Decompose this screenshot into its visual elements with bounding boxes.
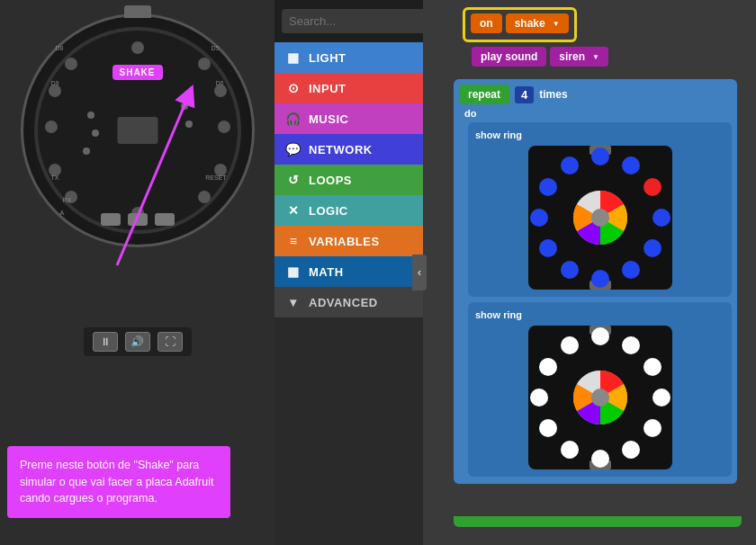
component-dot-2 bbox=[92, 130, 99, 137]
svg-point-23 bbox=[652, 389, 670, 407]
shake-button[interactable]: SHAKE bbox=[112, 65, 162, 80]
board-label-d5: D5 bbox=[212, 45, 220, 51]
repeat-label: repeat bbox=[459, 85, 509, 104]
board-label-a: A bbox=[60, 210, 65, 216]
light-icon: ▦ bbox=[285, 50, 302, 65]
svg-point-26 bbox=[591, 450, 609, 468]
search-bar: 🔍 bbox=[274, 0, 423, 42]
show-ring-block-1: show ring bbox=[468, 122, 732, 297]
network-label: NETWORK bbox=[309, 143, 373, 156]
repeat-header: repeat 4 times bbox=[459, 85, 732, 104]
ring-display-2[interactable] bbox=[528, 326, 672, 469]
led-tr1 bbox=[198, 58, 211, 70]
ring-svg-1 bbox=[528, 146, 672, 290]
on-block: on bbox=[471, 13, 502, 33]
svg-point-8 bbox=[644, 239, 662, 257]
led-r bbox=[218, 121, 230, 133]
input-label: INPUT bbox=[309, 82, 346, 95]
pad-3 bbox=[155, 213, 175, 226]
led-l bbox=[45, 121, 58, 133]
svg-point-20 bbox=[591, 327, 609, 345]
workspace[interactable]: on shake play sound siren repeat 4 times… bbox=[427, 0, 756, 545]
collapse-panel-button[interactable]: ‹ bbox=[412, 255, 427, 290]
category-advanced[interactable]: ▾ ADVANCED bbox=[274, 287, 423, 317]
category-math[interactable]: ▦ MATH bbox=[274, 256, 423, 287]
svg-point-31 bbox=[561, 336, 579, 354]
bottom-pads bbox=[101, 213, 175, 226]
component-dot-3 bbox=[83, 147, 90, 155]
play-sound-block: play sound bbox=[472, 47, 546, 67]
end-connector bbox=[454, 516, 742, 527]
simulator-panel: SHAKE D8 D5 D9 D6 bbox=[0, 0, 274, 545]
led-tl2 bbox=[65, 58, 77, 70]
pause-button[interactable]: ⏸ bbox=[93, 332, 118, 352]
do-label: do bbox=[464, 108, 732, 119]
center-chip bbox=[117, 117, 158, 144]
shake-dropdown[interactable]: shake bbox=[506, 13, 569, 33]
volume-button[interactable]: 🔊 bbox=[125, 332, 150, 352]
show-ring-block-2: show ring bbox=[468, 302, 732, 477]
svg-point-28 bbox=[539, 419, 557, 437]
component-dot-1 bbox=[87, 112, 94, 119]
collapse-icon: ‹ bbox=[418, 266, 421, 279]
svg-point-22 bbox=[644, 358, 662, 376]
category-variables[interactable]: ≡ VARIABLES bbox=[274, 226, 423, 256]
logic-icon: ✕ bbox=[285, 203, 302, 218]
music-icon: 🎧 bbox=[285, 112, 302, 126]
logic-label: LOGIC bbox=[309, 204, 348, 218]
on-shake-container: on shake bbox=[463, 7, 577, 42]
network-icon: 💬 bbox=[285, 142, 302, 156]
category-network[interactable]: 💬 NETWORK bbox=[274, 134, 423, 165]
times-label: times bbox=[539, 88, 567, 101]
play-sound-container: play sound siren bbox=[472, 47, 608, 67]
svg-point-29 bbox=[530, 389, 548, 407]
led-top bbox=[131, 41, 144, 54]
svg-point-10 bbox=[591, 270, 609, 288]
siren-dropdown[interactable]: siren bbox=[550, 47, 608, 67]
svg-point-24 bbox=[644, 419, 662, 437]
usb-connector bbox=[124, 5, 151, 18]
tooltip-box: Preme neste botón de "Shake" para simula… bbox=[7, 446, 230, 518]
repeat-container: repeat 4 times do show ring bbox=[454, 79, 737, 484]
svg-point-30 bbox=[539, 358, 557, 376]
categories-list: ▦ LIGHT⊙ INPUT🎧 MUSIC💬 NETWORK↺ LOOPS✕ L… bbox=[274, 42, 423, 317]
sim-controls: ⏸ 🔊 ⛶ bbox=[84, 327, 192, 356]
board-label-d6: D6 bbox=[216, 80, 224, 86]
category-loops[interactable]: ↺ LOOPS bbox=[274, 165, 423, 195]
component-dot-4 bbox=[181, 103, 188, 110]
svg-point-14 bbox=[539, 178, 557, 196]
category-input[interactable]: ⊙ INPUT bbox=[274, 73, 423, 103]
search-input[interactable] bbox=[282, 9, 447, 33]
advanced-label: ADVANCED bbox=[309, 296, 378, 309]
led-tr2 bbox=[214, 85, 227, 97]
svg-point-27 bbox=[561, 441, 579, 459]
board-label-rx: RX bbox=[63, 197, 72, 203]
svg-point-17 bbox=[591, 209, 609, 227]
svg-point-11 bbox=[561, 261, 579, 279]
led-tl1 bbox=[49, 85, 61, 97]
show-ring-label-1: show ring bbox=[475, 130, 724, 140]
light-label: LIGHT bbox=[309, 51, 346, 65]
advanced-icon: ▾ bbox=[285, 295, 302, 309]
variables-icon: ≡ bbox=[285, 234, 302, 248]
on-shake-row: on shake bbox=[471, 13, 569, 33]
svg-point-9 bbox=[622, 261, 640, 279]
repeat-count[interactable]: 4 bbox=[515, 86, 534, 103]
loops-label: LOOPS bbox=[309, 174, 352, 187]
category-logic[interactable]: ✕ LOGIC bbox=[274, 195, 423, 226]
svg-point-7 bbox=[652, 209, 670, 227]
svg-point-5 bbox=[622, 156, 640, 174]
math-label: MATH bbox=[309, 265, 344, 279]
circuit-board: SHAKE D8 D5 D9 D6 bbox=[21, 13, 255, 247]
category-music[interactable]: 🎧 MUSIC bbox=[274, 103, 423, 134]
math-icon: ▦ bbox=[285, 264, 302, 279]
pad-2 bbox=[128, 213, 148, 226]
ring-display-1[interactable] bbox=[528, 146, 672, 290]
category-light[interactable]: ▦ LIGHT bbox=[274, 42, 423, 73]
music-label: MUSIC bbox=[309, 112, 348, 126]
component-dot-5 bbox=[185, 121, 193, 128]
tooltip-text: Preme neste botón de "Shake" para simula… bbox=[20, 459, 213, 505]
variables-label: VARIABLES bbox=[309, 235, 380, 248]
fullscreen-button[interactable]: ⛶ bbox=[158, 332, 183, 352]
ring-svg-2 bbox=[528, 326, 672, 469]
